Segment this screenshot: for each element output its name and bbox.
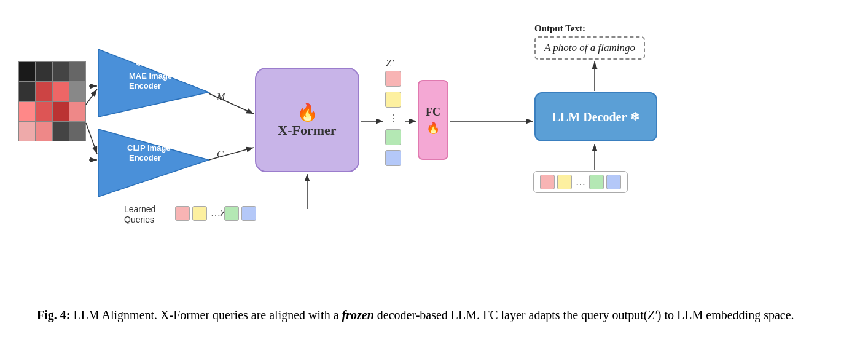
svg-marker-3: [98, 129, 209, 197]
bt-token-2: [557, 175, 572, 189]
lq-token-3: [224, 206, 239, 221]
xformer-box: 🔥 X-Former: [255, 68, 359, 172]
llm-snowflake-icon: ❄: [630, 110, 639, 124]
svg-text:MAE Image: MAE Image: [129, 71, 172, 81]
learned-queries-area: …: [175, 206, 256, 221]
bt-token-1: [540, 175, 555, 189]
fc-emoji: 🔥: [426, 121, 440, 135]
svg-line-15: [209, 148, 254, 160]
svg-text:Z′: Z′: [386, 57, 394, 69]
svg-text:Encoder: Encoder: [129, 81, 161, 90]
xformer-emoji: 🔥: [297, 102, 318, 122]
svg-text:Learned: Learned: [124, 204, 155, 214]
xformer-label: X-Former: [278, 122, 336, 138]
fc-box: FC 🔥: [418, 80, 448, 160]
output-label: Output Text:: [534, 23, 585, 34]
diagram-area: MAE Image Encoder ❄ CLIP Image Encoder ❄…: [0, 0, 868, 246]
caption-text1: LLM Alignment. X-Former queries are alig…: [73, 308, 342, 322]
svg-text:CLIP Image: CLIP Image: [127, 143, 171, 153]
svg-text:Queries: Queries: [124, 215, 154, 224]
lq-token-4: [241, 206, 256, 221]
output-text-box: A photo of a flamingo: [534, 36, 645, 60]
fc-label: FC: [426, 106, 440, 119]
zprime-token-4: [385, 150, 401, 166]
caption-text2: decoder-based LLM. FC layer adapts the q…: [374, 308, 648, 322]
caption-area: Fig. 4: LLM Alignment. X-Former queries …: [0, 299, 868, 337]
fig-label: Fig. 4:: [37, 308, 70, 322]
svg-line-14: [209, 93, 254, 114]
svg-text:❄: ❄: [135, 58, 143, 68]
svg-text:Encoder: Encoder: [129, 153, 161, 162]
caption-zprime: Z′: [647, 308, 657, 322]
zprime-token-3: [385, 129, 401, 145]
lq-token-2: [192, 206, 207, 221]
zprime-token-2: [385, 92, 401, 108]
svg-line-13: [86, 123, 97, 154]
svg-text:M: M: [216, 92, 226, 102]
zprime-token-1: [385, 71, 401, 87]
bottom-tokens: …: [533, 171, 628, 193]
svg-text:C: C: [217, 149, 224, 159]
caption-text3: ) to LLM embedding space.: [657, 308, 794, 322]
learned-queries-tokens: …: [175, 206, 256, 221]
zprime-tokens: ⋮: [385, 71, 401, 166]
llm-label: LLM Decoder: [552, 110, 627, 124]
llm-decoder-box: LLM Decoder ❄: [534, 92, 657, 141]
svg-text:❄: ❄: [135, 130, 143, 140]
svg-line-12: [86, 89, 97, 105]
lq-token-1: [175, 206, 190, 221]
output-text-area: Output Text: A photo of a flamingo: [534, 23, 645, 60]
bt-token-4: [606, 175, 621, 189]
caption-italic: frozen: [342, 308, 374, 322]
bt-token-3: [589, 175, 604, 189]
